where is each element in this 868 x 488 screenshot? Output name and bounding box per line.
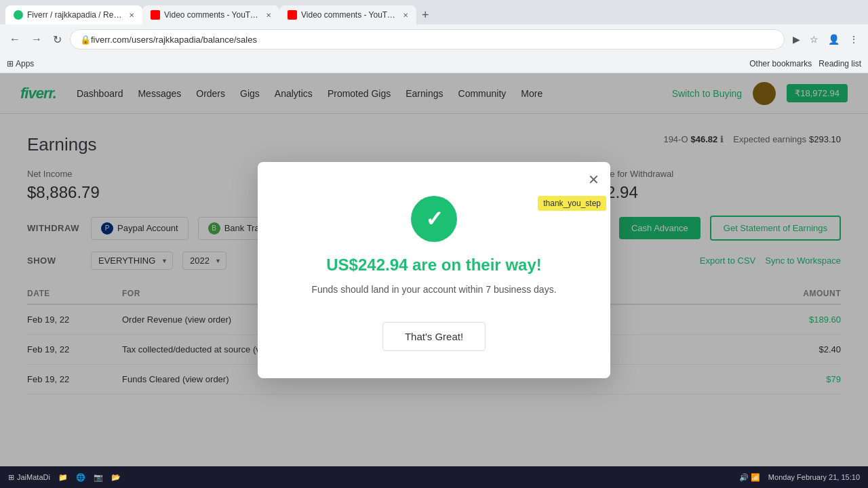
- thats-great-button[interactable]: That's Great!: [382, 322, 486, 351]
- modal-subtitle: Funds should land in your account within…: [311, 284, 556, 295]
- other-bookmarks[interactable]: Other bookmarks: [749, 59, 812, 68]
- modal-title: US$242.94 are on their way!: [326, 256, 541, 274]
- extensions-button[interactable]: ⋮: [846, 31, 861, 47]
- reload-button[interactable]: ↻: [50, 30, 64, 49]
- tab-title-1: Fiverr / rajkkapadia / Revenu...: [27, 10, 122, 20]
- forward-button[interactable]: →: [28, 30, 45, 48]
- tab-title-3: Video comments - YouTube S...: [301, 10, 396, 20]
- taskbar-system-icons: 🔊 📶: [739, 473, 760, 482]
- apps-label: Apps: [16, 59, 34, 68]
- new-tab-button[interactable]: +: [416, 8, 435, 22]
- taskbar-file-manager[interactable]: 📁: [58, 473, 68, 482]
- url-text: fiverr.com/users/rajkkapadia/balance/sal…: [91, 35, 257, 45]
- taskbar-camera[interactable]: 📷: [94, 473, 103, 482]
- modal-close-button[interactable]: ✕ thank_you_step: [588, 171, 599, 188]
- tab-close-2[interactable]: ✕: [266, 12, 271, 19]
- reading-list-label: Reading list: [818, 59, 861, 68]
- bookmark-button[interactable]: ☆: [807, 31, 821, 47]
- browser-tab-1[interactable]: Fiverr / rajkkapadia / Revenu... ✕: [5, 5, 142, 24]
- tab-close-1[interactable]: ✕: [129, 12, 134, 19]
- apps-icon: ⊞: [7, 59, 14, 68]
- tab-title-2: Video comments - YouTube S...: [164, 10, 259, 20]
- taskbar-start[interactable]: ⊞ JaiMataDi: [8, 473, 50, 482]
- youtube-favicon-2: [288, 10, 297, 20]
- close-tooltip: thank_you_step: [538, 196, 606, 211]
- browser-tab-2[interactable]: Video comments - YouTube S... ✕: [142, 5, 279, 24]
- taskbar-chrome[interactable]: 🌐: [76, 473, 85, 482]
- fiverr-favicon: [14, 10, 23, 20]
- taskbar-folder[interactable]: 📂: [111, 473, 121, 482]
- back-button[interactable]: ←: [7, 30, 23, 48]
- taskbar-clock: Monday February 21, 15:10: [768, 473, 860, 481]
- youtube-favicon-1: [151, 10, 160, 20]
- success-icon-circle: ✓: [411, 196, 457, 242]
- address-bar[interactable]: 🔒 fiverr.com/users/rajkkapadia/balance/s…: [70, 29, 785, 49]
- start-label: JaiMataDi: [17, 473, 50, 481]
- apps-bookmark[interactable]: ⊞ Apps: [7, 59, 34, 68]
- profile-button[interactable]: 👤: [825, 31, 842, 47]
- taskbar: ⊞ JaiMataDi 📁 🌐 📷 📂 🔊 📶 Monday February …: [0, 466, 868, 488]
- success-modal: ✕ thank_you_step ✓ US$242.94 are on thei…: [258, 162, 610, 378]
- url-protocol: 🔒: [80, 35, 91, 45]
- checkmark-icon: ✓: [425, 206, 443, 232]
- start-icon: ⊞: [8, 473, 14, 482]
- cast-button[interactable]: ▶: [790, 31, 803, 47]
- other-bookmarks-label: Other bookmarks: [749, 59, 812, 68]
- modal-overlay[interactable]: ✕ thank_you_step ✓ US$242.94 are on thei…: [0, 73, 868, 466]
- browser-tab-3[interactable]: Video comments - YouTube S... ✕: [279, 5, 416, 24]
- tab-close-3[interactable]: ✕: [403, 12, 408, 19]
- reading-list[interactable]: Reading list: [818, 59, 861, 68]
